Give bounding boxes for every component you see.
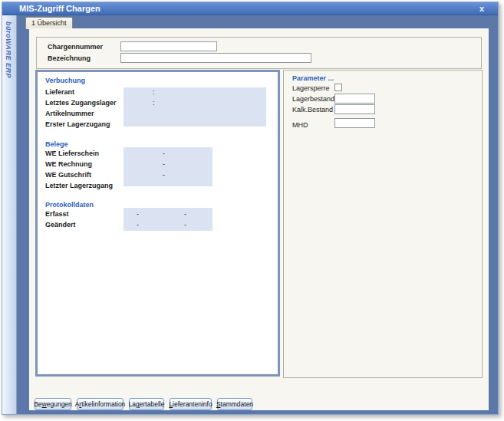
tab-label: 1 Übersicht (31, 19, 67, 27)
bezeichnung-input[interactable] (120, 53, 311, 63)
belege-highlight (124, 147, 212, 186)
btn-text: ieferanteninfo (173, 400, 212, 408)
letztes-zugangslager-label: Letztes Zugangslager (45, 99, 117, 107)
erfasst-label: Erfasst (45, 210, 69, 218)
bewegungen-button[interactable]: Bewegungen (35, 398, 71, 410)
erfasst-value-1: - (137, 210, 139, 218)
mhd-label: MHD (292, 121, 308, 129)
lagerbestand-label: Lagerbestand (292, 95, 334, 103)
window-title: MIS-Zugriff Chargen (19, 4, 100, 13)
geaendert-value-1: - (137, 221, 139, 229)
detail-panel: Verbuchung Lieferant : Letztes Zugangsla… (35, 70, 280, 377)
btn-text: egungen (47, 400, 72, 408)
parameter-title: Parameter ... (292, 74, 334, 82)
btn-text: ertabelle (140, 400, 165, 408)
mhd-input[interactable] (334, 118, 375, 128)
section-verbuchung-title: Verbuchung (45, 77, 85, 84)
close-icon[interactable]: x (476, 2, 487, 15)
btn-text: Be (34, 400, 41, 408)
content-area: Chargennummer Bezeichnung Verbuchung Lie… (29, 28, 489, 410)
page: MIS-Zugriff Chargen x büroWARE ERP 1 Übe… (0, 0, 504, 421)
we-lieferschein-label: WE Lieferschein (45, 150, 99, 157)
we-rechnung-label: WE Rechnung (45, 160, 92, 168)
letztes-zugangslager-value: : (153, 99, 155, 107)
charge-header-groupbox: Chargennummer Bezeichnung (36, 37, 482, 69)
lieferant-label: Lieferant (45, 88, 74, 96)
action-button-row: Bewegungen Artikelinformation Lagertabel… (35, 398, 252, 410)
chargennummer-input[interactable] (120, 41, 217, 51)
geaendert-value-2: - (184, 221, 186, 229)
section-protokolldaten-title: Protokolldaten (45, 201, 94, 209)
erster-lagerzugang-label: Erster Lagerzugang (45, 120, 110, 128)
verbuchung-highlight (124, 87, 266, 127)
btn-text: La (129, 400, 136, 408)
chargennummer-label: Chargennummer (48, 43, 103, 51)
btn-text: tammdaten (221, 400, 254, 408)
we-gutschrift-label: WE Gutschrift (45, 171, 91, 179)
app-window: MIS-Zugriff Chargen x büroWARE ERP 1 Übe… (2, 2, 499, 415)
lieferanteninfo-button[interactable]: Lieferanteninfo (170, 398, 212, 410)
brand-logo-text: büroWARE ERP (5, 21, 12, 78)
parameter-panel: Parameter ... Lagersperre Lagerbestand K… (283, 70, 483, 378)
lagersperre-checkbox[interactable] (334, 84, 342, 91)
letzter-lagerzugang-label: Letzter Lagerzugang (45, 182, 113, 189)
lagertabelle-button[interactable]: Lagertabelle (129, 398, 164, 410)
erfasst-value-2: - (184, 210, 186, 218)
kalkbestand-input[interactable] (334, 104, 375, 114)
we-lieferschein-value: - (163, 150, 165, 157)
stammdaten-button[interactable]: Stammdaten (217, 398, 252, 410)
title-bar[interactable]: MIS-Zugriff Chargen x (2, 2, 498, 15)
btn-text: tikelinformation (81, 400, 125, 408)
brand-strip: büroWARE ERP (2, 15, 17, 414)
kalkbestand-label: Kalk.Bestand (292, 106, 333, 113)
lagerbestand-input[interactable] (334, 94, 375, 104)
tab-uebersicht[interactable]: 1 Übersicht (25, 17, 73, 29)
artikelinformation-button[interactable]: Artikelinformation (77, 398, 124, 410)
geaendert-label: Geändert (45, 221, 76, 229)
lieferant-value: : (153, 88, 155, 96)
we-rechnung-value: - (163, 160, 165, 168)
bezeichnung-label: Bezeichnung (48, 54, 91, 62)
artikelnummer-label: Artikelnummer (45, 110, 94, 117)
section-belege-title: Belege (45, 140, 68, 148)
lagersperre-label: Lagersperre (292, 84, 330, 92)
we-gutschrift-value: - (163, 171, 165, 179)
